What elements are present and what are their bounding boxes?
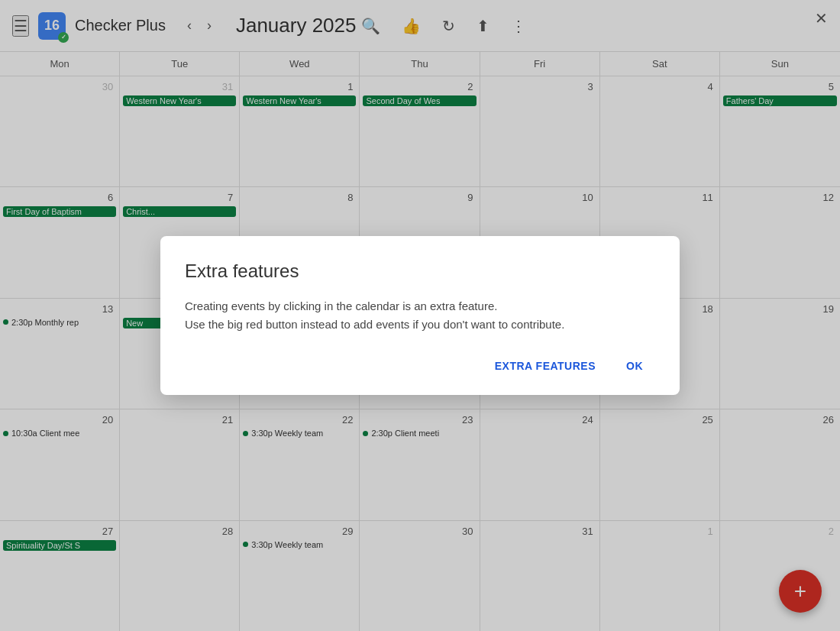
modal-body-line2: Use the big red button instead to add ev… <box>185 318 564 331</box>
modal-overlay: Extra features Creating events by clicki… <box>0 0 840 631</box>
modal-body-line1: Creating events by clicking in the calen… <box>185 299 497 312</box>
ok-button[interactable]: OK <box>614 352 655 380</box>
modal-title: Extra features <box>185 260 655 282</box>
modal-body: Creating events by clicking in the calen… <box>185 297 655 334</box>
extra-features-modal: Extra features Creating events by clicki… <box>160 236 680 395</box>
extra-features-button[interactable]: EXTRA FEATURES <box>483 352 608 380</box>
modal-actions: EXTRA FEATURES OK <box>185 352 655 380</box>
